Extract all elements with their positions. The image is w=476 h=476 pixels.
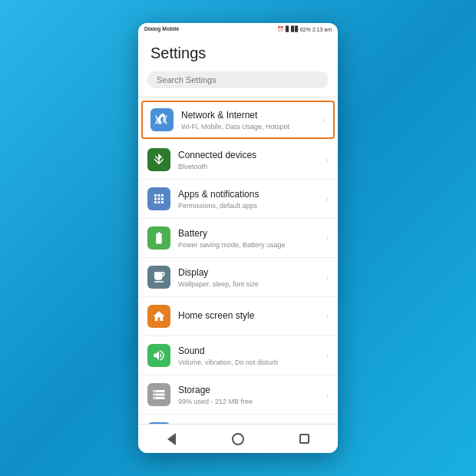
- settings-item-security[interactable]: Security & location Screen lock ›: [138, 415, 338, 424]
- apps-text: Apps & notifications Permissions, defaul…: [178, 189, 323, 210]
- settings-item-apps[interactable]: Apps & notifications Permissions, defaul…: [138, 180, 338, 219]
- homescreen-chevron: ›: [326, 312, 329, 321]
- settings-item-battery[interactable]: Battery Power saving mode, Battery usage…: [138, 219, 338, 258]
- sound-text: Sound Volume, vibration, Do not disturb: [178, 345, 323, 366]
- apps-subtitle: Permissions, default apps: [178, 202, 323, 210]
- apps-icon: [147, 187, 170, 210]
- search-bar-container: [138, 68, 338, 96]
- display-chevron: ›: [326, 273, 329, 282]
- settings-item-storage[interactable]: Storage 99% used - 212 MB free ›: [138, 375, 338, 415]
- sound-icon: [147, 344, 170, 367]
- apps-chevron: ›: [326, 195, 329, 203]
- battery-icon: 62%: [300, 27, 311, 32]
- security-icon: [147, 422, 170, 424]
- settings-body: Settings Network & Internet Wi-Fi, Mobil…: [138, 34, 338, 424]
- signal-icon: ▊: [286, 26, 289, 32]
- connected-chevron: ›: [326, 156, 329, 164]
- page-title: Settings: [138, 34, 338, 68]
- status-icons: ⏰ ▊ ▊▊ 62% 2:13 am: [277, 26, 332, 32]
- display-subtitle: Wallpaper, sleep, font size: [178, 280, 323, 288]
- connected-icon: [147, 148, 170, 171]
- phone-frame: Dialog Mobile ⏰ ▊ ▊▊ 62% 2:13 am Setting…: [138, 23, 338, 453]
- back-button[interactable]: [164, 431, 179, 447]
- connected-text: Connected devices Bluetooth: [178, 150, 323, 170]
- settings-item-display[interactable]: Display Wallpaper, sleep, font size ›: [138, 258, 338, 297]
- battery-text: Battery Power saving mode, Battery usage: [178, 228, 323, 249]
- battery-chevron: ›: [326, 234, 329, 243]
- connected-subtitle: Bluetooth: [178, 163, 323, 170]
- storage-chevron: ›: [326, 391, 329, 399]
- search-input[interactable]: [147, 71, 329, 88]
- sound-subtitle: Volume, vibration, Do not disturb: [178, 359, 323, 366]
- display-icon: [147, 266, 170, 289]
- carrier-label: Dialog Mobile: [144, 26, 180, 32]
- network-icon: [150, 108, 174, 131]
- status-bar: Dialog Mobile ⏰ ▊ ▊▊ 62% 2:13 am: [138, 23, 338, 34]
- battery-subtitle: Power saving mode, Battery usage: [178, 241, 323, 249]
- alarm-icon: ⏰: [277, 26, 284, 32]
- network-subtitle: Wi-Fi, Mobile, Data Usage, Hotspot: [181, 123, 320, 131]
- network-chevron: ›: [323, 116, 326, 124]
- display-text: Display Wallpaper, sleep, font size: [178, 267, 323, 288]
- recent-icon: [299, 434, 309, 444]
- display-title: Display: [178, 267, 323, 279]
- bottom-nav: [138, 424, 338, 453]
- back-icon: [167, 433, 176, 445]
- settings-item-connected[interactable]: Connected devices Bluetooth ›: [138, 140, 338, 180]
- sound-chevron: ›: [326, 352, 329, 360]
- time-label: 2:13 am: [312, 27, 332, 32]
- home-button[interactable]: [230, 431, 246, 447]
- settings-item-sound[interactable]: Sound Volume, vibration, Do not disturb …: [138, 336, 338, 375]
- network-text: Network & Internet Wi-Fi, Mobile, Data U…: [181, 110, 320, 131]
- connected-title: Connected devices: [178, 150, 323, 162]
- storage-text: Storage 99% used - 212 MB free: [178, 385, 323, 405]
- apps-title: Apps & notifications: [178, 189, 323, 201]
- settings-item-network[interactable]: Network & Internet Wi-Fi, Mobile, Data U…: [141, 101, 335, 139]
- home-icon: [232, 433, 244, 445]
- battery-title: Battery: [178, 228, 323, 240]
- storage-icon: [147, 383, 170, 406]
- homescreen-text: Home screen style: [178, 310, 323, 323]
- homescreen-icon: [147, 305, 170, 328]
- settings-list: Network & Internet Wi-Fi, Mobile, Data U…: [138, 99, 338, 424]
- settings-item-homescreen[interactable]: Home screen style ›: [138, 297, 338, 336]
- network-title: Network & Internet: [181, 110, 320, 122]
- homescreen-title: Home screen style: [178, 310, 323, 322]
- storage-title: Storage: [178, 385, 323, 397]
- recent-button[interactable]: [297, 431, 312, 447]
- wifi-status-icon: ▊▊: [291, 26, 299, 32]
- battery-item-icon: [147, 226, 170, 250]
- sound-title: Sound: [178, 345, 323, 358]
- storage-subtitle: 99% used - 212 MB free: [178, 398, 323, 405]
